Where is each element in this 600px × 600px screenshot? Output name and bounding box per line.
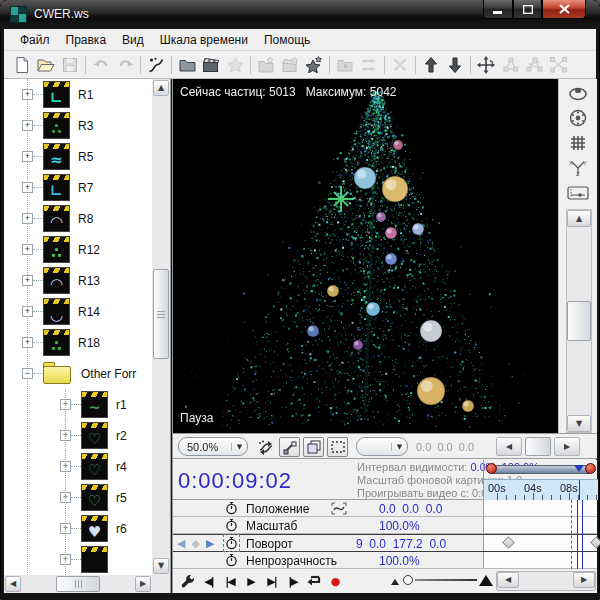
tree-scroll-left[interactable]: ◀ [5,576,21,592]
tree-item[interactable]: + [4,544,152,575]
tree-expander[interactable]: + [22,120,33,131]
tree-item[interactable]: +∟R7 [4,172,152,203]
marquee-select-button[interactable] [327,437,348,457]
viewport-scroll-left[interactable]: ◀ [496,437,522,456]
close-button[interactable] [542,0,586,19]
camera-icon[interactable] [559,82,597,104]
tree-item[interactable]: +≈R5 [4,141,152,172]
jump-start-button[interactable]: |◀ [219,571,240,591]
tree-item[interactable]: +♡r2 [4,420,152,451]
viewport-hscroll-thumb[interactable] [525,437,551,456]
timeline-zoom-slider[interactable] [391,569,491,593]
interval-icon[interactable] [559,182,597,204]
menu-help[interactable]: Помощь [256,30,318,50]
prev-keyframe-button[interactable]: ◀ [177,537,185,550]
axes-xyz-icon[interactable]: XYZ [559,157,597,179]
record-button[interactable]: ● [324,571,345,591]
property-row-normal[interactable]: Положение0.0 0.0 0.0 [173,500,597,517]
viewport-scroll-thumb[interactable] [567,301,591,341]
loop-button[interactable] [303,571,324,591]
viewport-vertical-scrollbar[interactable]: ▲ ▼ [566,209,592,433]
tree-hscroll-thumb[interactable] [56,576,100,592]
preview-viewport[interactable]: Сейчас частиц: 5013 Максимум: 5042 Пауза… [173,79,597,433]
motion-path-icon[interactable] [331,502,347,515]
animate-stopwatch-icon[interactable] [225,518,238,532]
tree-scroll-down[interactable]: ▼ [153,558,169,574]
viewport-scroll-down[interactable]: ▼ [567,415,591,432]
animate-stopwatch-icon[interactable] [225,553,238,567]
property-row-normal[interactable]: Масштаб100.0% [173,517,597,534]
keyframe-track[interactable] [483,500,597,516]
zoom-slider-track[interactable] [415,579,477,581]
copy-tool-button[interactable] [303,437,324,457]
keyframe-track[interactable] [483,552,597,568]
menu-view[interactable]: Вид [114,30,152,50]
step-back-button[interactable]: ◀| [198,571,219,591]
timeline-scroll-left[interactable]: ◀ [497,572,519,588]
emitter-mode-button[interactable] [144,54,168,76]
tree-item[interactable]: +♡r4 [4,451,152,482]
folder-button[interactable] [175,54,199,76]
tree-expander[interactable]: + [22,182,33,193]
tree-expander[interactable]: + [22,275,33,286]
tree-scroll-up[interactable]: ▲ [153,80,169,96]
step-forward-button[interactable]: |▶ [282,571,303,591]
property-row-selected[interactable]: ◀◆▶Поворот9 0.0 177.2 0.0 [173,534,597,552]
tree-expander[interactable]: + [22,306,33,317]
settings-wrench-icon[interactable] [177,571,198,591]
tree-item[interactable]: +∴R18 [4,327,152,358]
tree-expander[interactable]: − [22,368,33,379]
keyframe-diamond[interactable] [590,536,600,549]
tree-item[interactable]: +∴R3 [4,110,152,141]
tree-expander[interactable]: + [22,89,33,100]
tree-vertical-scrollbar[interactable]: ▲ ▼ [152,79,170,575]
timeline-scroll-right[interactable]: ▶ [573,572,595,588]
zoom-slider-handle[interactable] [403,575,413,585]
zoom-select[interactable]: 50.0%▼ [178,437,248,456]
keyframe-diamond[interactable] [502,536,515,549]
time-ruler[interactable]: 00s04s08s [484,479,598,500]
tree-horizontal-scrollbar[interactable]: ◀ ▶ [4,575,171,593]
range-handle-left[interactable] [486,463,497,474]
menu-edit[interactable]: Правка [58,30,115,50]
tree-item[interactable]: +◡R14 [4,296,152,327]
tree-expander[interactable]: + [22,337,33,348]
clapperboard-button[interactable] [199,54,223,76]
add-keyframe-button[interactable]: ◆ [191,537,199,550]
viewport-scroll-up[interactable]: ▲ [567,210,591,227]
move-down-button[interactable] [443,54,467,76]
link-tool-button[interactable] [279,437,300,457]
next-keyframe-button[interactable]: ▶ [206,537,214,550]
range-handle-right[interactable] [585,463,596,474]
tree-expander[interactable]: + [22,244,33,255]
playhead-marker[interactable] [574,465,584,472]
restart-emitter-icon[interactable] [255,437,276,457]
jump-end-button[interactable]: ▶| [261,571,282,591]
move-up-button[interactable] [419,54,443,76]
keyframe-track[interactable] [483,535,597,551]
tree-item[interactable]: +◠R13 [4,265,152,296]
star-new-button[interactable] [302,54,326,76]
tree-item[interactable]: +∟R1 [4,79,152,110]
particle-preview-canvas[interactable] [173,79,558,433]
transform-arrows-button[interactable] [474,54,498,76]
tree-expander[interactable]: + [22,213,33,224]
play-button[interactable]: ▶ [240,571,261,591]
keyframe-track[interactable] [483,517,597,533]
zoom-out-icon[interactable] [391,579,399,585]
timeline-horizontal-scrollbar[interactable]: ◀ ▶ [496,571,596,591]
background-select[interactable]: ▼ [356,437,408,456]
maximize-button[interactable] [513,0,542,19]
tree-scroll-right[interactable]: ▶ [135,576,151,592]
tree-expander[interactable]: + [22,151,33,162]
viewport-scroll-right[interactable]: ▶ [554,437,580,456]
tree-item[interactable]: +◠R8 [4,203,152,234]
render-mode-icon[interactable] [559,107,597,129]
tree-item[interactable]: +~r1 [4,389,152,420]
animate-stopwatch-icon[interactable] [225,536,238,550]
grid-icon[interactable] [559,132,597,154]
minimize-button[interactable] [483,0,513,19]
tree-item[interactable]: +♡r5 [4,482,152,513]
tree-item-folder[interactable]: −Other Forr [4,358,152,389]
menu-timeline[interactable]: Шкала времени [152,30,256,50]
